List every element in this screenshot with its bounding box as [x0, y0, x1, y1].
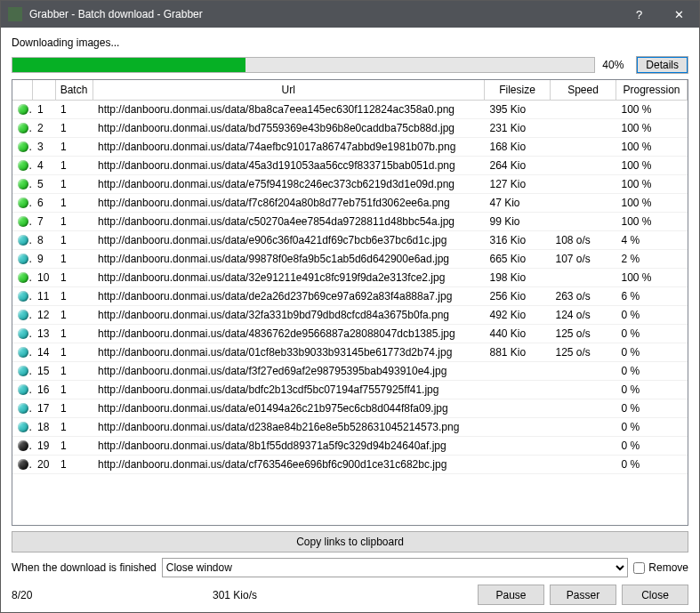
table-row[interactable]: 121http://danbooru.donmai.us/data/32fa33… — [12, 305, 688, 324]
row-progression: 0 % — [616, 305, 688, 324]
table-row[interactable]: 71http://danbooru.donmai.us/data/c50270a… — [12, 212, 688, 230]
row-index: 6 — [32, 193, 55, 212]
row-batch: 1 — [55, 455, 93, 473]
row-speed — [551, 455, 616, 473]
row-index: 18 — [32, 417, 55, 436]
status-dot-icon — [18, 422, 28, 432]
table-row[interactable]: 101http://danbooru.donmai.us/data/32e912… — [12, 268, 688, 286]
row-batch: 1 — [55, 361, 93, 380]
row-progression: 100 % — [616, 118, 688, 137]
row-url: http://danbooru.donmai.us/data/bd7559369… — [93, 118, 485, 137]
row-progression: 0 % — [616, 399, 688, 417]
skip-button[interactable]: Passer — [550, 585, 616, 605]
help-button[interactable]: ? — [619, 1, 659, 28]
close-button[interactable]: Close — [622, 585, 688, 605]
row-filesize — [485, 380, 551, 399]
table-row[interactable]: 91http://danbooru.donmai.us/data/99878f0… — [12, 249, 688, 268]
status-dot-icon — [18, 459, 28, 470]
downloads-table: Batch Url Filesize Speed Progression 11h… — [12, 80, 688, 474]
status-text: Downloading images... — [12, 36, 688, 49]
status-dot-icon — [18, 440, 28, 451]
row-url: http://danbooru.donmai.us/data/45a3d1910… — [93, 156, 485, 174]
row-index: 19 — [32, 436, 55, 455]
col-header-batch[interactable]: Batch — [55, 80, 93, 100]
col-header-speed[interactable]: Speed — [551, 80, 616, 100]
table-row[interactable]: 191http://danbooru.donmai.us/data/8b1f55… — [12, 436, 688, 455]
col-header-status[interactable] — [12, 80, 32, 100]
table-row[interactable]: 161http://danbooru.donmai.us/data/bdfc2b… — [12, 380, 688, 399]
row-batch: 1 — [55, 174, 93, 193]
overall-progress-percent: 40% — [602, 59, 629, 71]
row-speed — [551, 137, 616, 156]
row-url: http://danbooru.donmai.us/data/e01494a26… — [93, 399, 485, 417]
table-row[interactable]: 201http://danbooru.donmai.us/data/cf7635… — [12, 455, 688, 473]
col-header-index[interactable] — [32, 80, 55, 100]
finish-action-select[interactable]: Close window — [162, 558, 629, 577]
row-batch: 1 — [55, 417, 93, 436]
pause-button[interactable]: Pause — [478, 585, 544, 605]
status-dot-icon — [18, 160, 28, 171]
row-filesize — [485, 455, 551, 473]
row-progression: 0 % — [616, 380, 688, 399]
table-row[interactable]: 111http://danbooru.donmai.us/data/de2a26… — [12, 286, 688, 305]
row-index: 8 — [32, 230, 55, 249]
row-url: http://danbooru.donmai.us/data/d238ae84b… — [93, 417, 485, 436]
row-filesize: 264 Kio — [485, 156, 551, 174]
close-window-button[interactable]: ✕ — [659, 1, 699, 28]
row-filesize: 99 Kio — [485, 212, 551, 230]
row-filesize: 256 Kio — [485, 286, 551, 305]
table-row[interactable]: 31http://danbooru.donmai.us/data/74aefbc… — [12, 137, 688, 156]
row-index: 13 — [32, 324, 55, 343]
row-speed — [551, 156, 616, 174]
row-speed — [551, 118, 616, 137]
status-dot-icon — [18, 254, 28, 264]
row-speed: 107 o/s — [551, 249, 616, 268]
row-url: http://danbooru.donmai.us/data/01cf8eb33… — [93, 343, 485, 361]
table-row[interactable]: 61http://danbooru.donmai.us/data/f7c86f2… — [12, 193, 688, 212]
row-filesize — [485, 399, 551, 417]
table-row[interactable]: 41http://danbooru.donmai.us/data/45a3d19… — [12, 156, 688, 174]
row-index: 5 — [32, 174, 55, 193]
row-progression: 0 % — [616, 324, 688, 343]
row-progression: 0 % — [616, 343, 688, 361]
status-dot-icon — [18, 235, 28, 246]
table-row[interactable]: 151http://danbooru.donmai.us/data/f3f27e… — [12, 361, 688, 380]
col-header-progression[interactable]: Progression — [616, 80, 688, 100]
table-row[interactable]: 11http://danbooru.donmai.us/data/8ba8ca7… — [12, 100, 688, 118]
table-row[interactable]: 171http://danbooru.donmai.us/data/e01494… — [12, 399, 688, 417]
row-progression: 0 % — [616, 436, 688, 455]
status-dot-icon — [18, 123, 28, 133]
row-speed — [551, 436, 616, 455]
table-row[interactable]: 51http://danbooru.donmai.us/data/e75f941… — [12, 174, 688, 193]
row-index: 15 — [32, 361, 55, 380]
row-speed — [551, 399, 616, 417]
downloads-table-wrap[interactable]: Batch Url Filesize Speed Progression 11h… — [12, 79, 688, 526]
row-url: http://danbooru.donmai.us/data/f7c86f204… — [93, 193, 485, 212]
col-header-filesize[interactable]: Filesize — [485, 80, 551, 100]
row-index: 11 — [32, 286, 55, 305]
col-header-url[interactable]: Url — [93, 80, 485, 100]
row-speed: 125 o/s — [551, 324, 616, 343]
row-url: http://danbooru.donmai.us/data/e906c36f0… — [93, 230, 485, 249]
row-filesize: 198 Kio — [485, 268, 551, 286]
row-url: http://danbooru.donmai.us/data/c50270a4e… — [93, 212, 485, 230]
row-index: 20 — [32, 455, 55, 473]
status-dot-icon — [18, 310, 28, 320]
row-url: http://danbooru.donmai.us/data/32fa331b9… — [93, 305, 485, 324]
row-batch: 1 — [55, 118, 93, 137]
table-row[interactable]: 21http://danbooru.donmai.us/data/bd75593… — [12, 118, 688, 137]
remove-checkbox[interactable] — [633, 562, 645, 574]
row-filesize: 168 Kio — [485, 137, 551, 156]
status-dot-icon — [18, 291, 28, 302]
details-button[interactable]: Details — [636, 56, 688, 74]
table-row[interactable]: 81http://danbooru.donmai.us/data/e906c36… — [12, 230, 688, 249]
status-dot-icon — [18, 198, 28, 208]
row-speed: 263 o/s — [551, 286, 616, 305]
table-row[interactable]: 181http://danbooru.donmai.us/data/d238ae… — [12, 417, 688, 436]
copy-links-button[interactable]: Copy links to clipboard — [12, 531, 688, 553]
table-row[interactable]: 131http://danbooru.donmai.us/data/483676… — [12, 324, 688, 343]
remove-checkbox-label[interactable]: Remove — [633, 561, 688, 574]
overall-progress-fill — [12, 58, 245, 72]
table-row[interactable]: 141http://danbooru.donmai.us/data/01cf8e… — [12, 343, 688, 361]
row-progression: 0 % — [616, 417, 688, 436]
